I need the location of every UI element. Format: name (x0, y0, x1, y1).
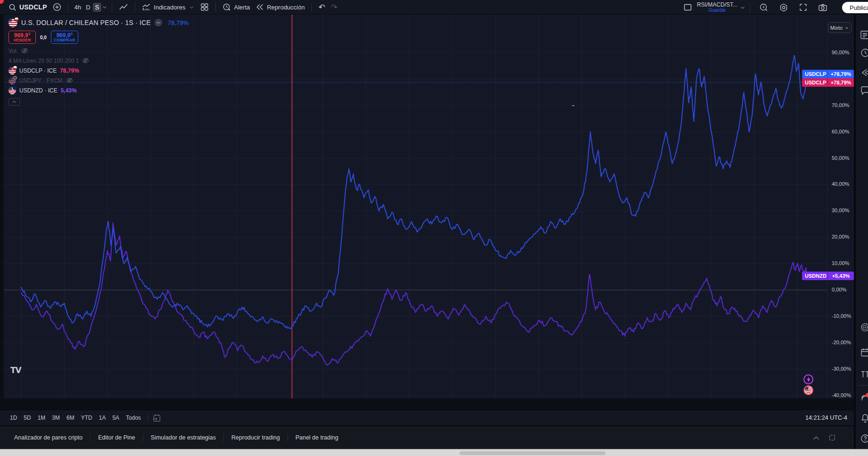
legend-row-usdclp[interactable]: USDCLP · ICE 78,79% (8, 66, 188, 75)
chat-bubble-icon[interactable] (860, 85, 868, 96)
range-1m[interactable]: 1M (34, 413, 49, 423)
range-3m[interactable]: 3M (49, 413, 63, 423)
legend-row-usdnzd[interactable]: USDNZD · ICE 5,43% (8, 85, 188, 95)
lightning-icon (806, 377, 811, 382)
range-1d[interactable]: 1D (7, 413, 20, 423)
quick-search-icon[interactable] (759, 3, 769, 12)
alerts-clock-icon[interactable] (860, 48, 868, 58)
panel-controls (812, 434, 847, 441)
data-window-icon[interactable] (860, 67, 868, 78)
tradingview-logo[interactable]: TV (10, 365, 21, 375)
interval-4h[interactable]: 4h (72, 3, 83, 12)
tab-replay-trading[interactable]: Reproducir trading (224, 431, 287, 444)
price-axis-tick: 70,00% (832, 102, 849, 108)
spread-value: 0,0 (40, 35, 47, 40)
bottom-panel: Analizador de pares cripto Editor de Pin… (0, 425, 854, 449)
alert-button[interactable]: Alerta (220, 0, 253, 14)
tab-strategy-tester[interactable]: Simulador de estrategias (143, 431, 223, 444)
symbol-name: USDCLP (19, 3, 47, 11)
panel-expand-chevron-icon[interactable] (812, 435, 820, 440)
legend-row-usdjpy[interactable]: USDJPY · FXCM (8, 75, 188, 85)
save-label: Guardar (709, 8, 726, 13)
us-flag-badge[interactable] (803, 385, 813, 395)
session-clock[interactable]: 14:21:24 UTC-4 (805, 415, 847, 421)
toolbar-right: RSI/MACD/ST... Guardar (683, 0, 833, 15)
boost-badge[interactable] (803, 374, 813, 384)
replay-button[interactable]: Reproducción (253, 0, 307, 14)
interval-1d[interactable]: D (83, 3, 92, 12)
price-label-usdclp[interactable]: USDCLP+78,79% (802, 78, 854, 87)
range-all[interactable]: Todos (123, 413, 144, 423)
live-streams-icon[interactable] (860, 392, 868, 402)
range-toolbar: 1D 5D 1M 3M 6M YTD 1A 5A Todos 14:21:24 … (0, 410, 854, 425)
os-scrollbar-strip[interactable] (0, 449, 868, 456)
trade-buttons-row: 969,93 VENDER 0,0 969,93 COMPRAR (8, 31, 188, 44)
scrollbar-thumb[interactable] (459, 451, 606, 455)
legend-collapse-button[interactable] (8, 98, 20, 106)
layout-chevron-down-icon[interactable] (739, 4, 746, 11)
price-axis-tick: -40,00% (832, 392, 851, 398)
ideas-target-icon[interactable] (860, 322, 868, 332)
eye-off-icon[interactable] (82, 57, 89, 64)
scale-mode-button[interactable]: Mixto (828, 22, 852, 33)
price-axis-tick: 20,00% (832, 234, 849, 240)
scale-mode-label: Mixto (830, 25, 843, 31)
top-toolbar: USDCLP 4h D S (0, 0, 868, 15)
range-5y[interactable]: 5A (109, 413, 123, 423)
tab-pine-editor[interactable]: Editor de Pine (90, 431, 143, 444)
indicators-button[interactable]: Indicadores (139, 0, 197, 14)
layout-name: RSI/MACD/ST... (697, 2, 737, 8)
goto-date-icon[interactable] (152, 414, 161, 423)
legend-row-volume[interactable]: Vol. (8, 46, 188, 56)
calendar-icon[interactable] (860, 347, 868, 357)
watchlist-icon[interactable] (860, 30, 868, 40)
layout-square-icon[interactable] (683, 3, 692, 12)
fullscreen-icon[interactable] (799, 3, 808, 12)
tradingview-app: USDCLP 4h D S (0, 0, 868, 456)
interval-chevron-down-icon[interactable] (101, 4, 108, 10)
sell-button[interactable]: 969,93 VENDER (8, 31, 36, 44)
panel-maximize-icon[interactable] (828, 434, 836, 441)
symbol-search[interactable]: USDCLP (6, 0, 50, 14)
plus-circle-icon (53, 3, 61, 11)
price-label-usdnzd[interactable]: USDNZD+5,43% (802, 272, 854, 280)
divider (859, 385, 868, 386)
help-icon[interactable] (860, 433, 868, 444)
redo-button[interactable]: ↷ (328, 0, 340, 14)
line-chart-icon (119, 3, 128, 11)
grid-layout-icon (200, 3, 209, 11)
eye-off-icon[interactable] (66, 77, 73, 84)
undo-button[interactable]: ↶ (316, 0, 328, 14)
range-6m[interactable]: 6M (63, 413, 78, 423)
symbol-header-row[interactable]: U.S. DOLLAR / CHILEAN PESO · 1S · ICE − … (8, 17, 188, 28)
buy-label: COMPRAR (54, 38, 75, 42)
divider (148, 414, 148, 422)
layout-save-button[interactable]: RSI/MACD/ST... Guardar (697, 2, 737, 13)
publish-button[interactable]: Publicar (842, 2, 868, 13)
interval-1w-selected[interactable]: S (93, 3, 102, 12)
chart-area[interactable]: 90,00%80,00%70,00%60,00%50,00%40,00%30,0… (4, 15, 854, 398)
range-ytd[interactable]: YTD (78, 413, 96, 423)
buy-button[interactable]: 969,93 COMPRAR (51, 31, 78, 44)
price-axis-tick: 60,00% (832, 129, 849, 134)
notifications-bell-icon[interactable] (860, 413, 868, 423)
layout-grid-button[interactable] (197, 0, 212, 14)
chevron-up-icon (12, 100, 16, 104)
usdnzd-flag-icon (8, 87, 16, 94)
range-1y[interactable]: 1A (96, 413, 109, 423)
tab-trading-panel[interactable]: Panel de trading (288, 431, 346, 444)
range-5d[interactable]: 5D (20, 413, 34, 423)
divider (68, 2, 68, 12)
divider (311, 2, 312, 12)
collapse-symbol-icon[interactable]: − (155, 19, 162, 26)
indicators-chevron-down-icon (188, 4, 195, 10)
compare-add-button[interactable] (50, 0, 64, 14)
price-label-usdclp[interactable]: USDCLP+78,79% (802, 70, 854, 78)
settings-gear-icon[interactable] (779, 3, 788, 12)
tab-crypto-pairs-screener[interactable]: Analizador de pares cripto (7, 431, 90, 444)
eye-off-icon[interactable] (21, 47, 28, 54)
camera-snapshot-icon[interactable] (818, 3, 827, 12)
chart-style-button[interactable] (116, 0, 131, 14)
portfolio-columns-icon[interactable] (860, 369, 868, 380)
legend-row-ma-lines[interactable]: 4 MA Lines 20 50 100 200 1 (8, 56, 188, 66)
